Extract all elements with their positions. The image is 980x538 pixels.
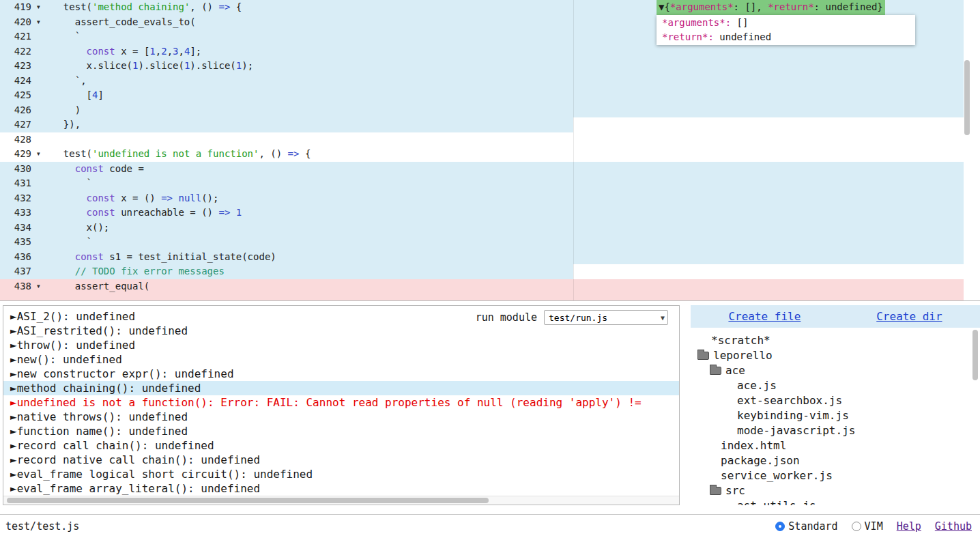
code-line[interactable]: 423 x.slice(1).slice(1).slice(1); [0, 59, 980, 74]
code-token: { [299, 148, 311, 159]
line-gutter[interactable]: 428 [0, 132, 42, 147]
editor-scrollbar-thumb[interactable] [964, 60, 970, 135]
line-number: 428 [14, 132, 31, 147]
run-module-select[interactable]: test/run.js [544, 310, 668, 325]
code-line[interactable]: 429▾ test('undefined is not a function',… [0, 147, 980, 162]
line-gutter[interactable]: 422 [0, 44, 42, 59]
code-line[interactable]: 428 [0, 132, 980, 147]
result-row[interactable]: ►record native call chain(): undefined [3, 453, 679, 467]
result-row[interactable]: ►function name(): undefined [3, 424, 679, 438]
file-item[interactable]: package.json [691, 453, 980, 468]
file-item[interactable]: *scratch* [691, 333, 980, 348]
code-text: test('method chaining', () => { [52, 0, 242, 15]
code-token [52, 193, 87, 203]
keybinding-standard-option[interactable]: Standard [775, 520, 837, 533]
code-token: : undefined} [814, 1, 883, 12]
result-row[interactable]: ►record call chain(): undefined [3, 438, 679, 453]
folder-item[interactable]: leporello [691, 348, 980, 363]
file-item[interactable]: mode-javascript.js [691, 423, 980, 438]
line-gutter[interactable]: 429▾ [0, 147, 42, 162]
code-line[interactable]: 432 const x = () => null(); [0, 191, 980, 206]
line-gutter[interactable]: 436 [0, 250, 42, 265]
code-line[interactable]: 436 const s1 = test_initial_state(code) [0, 250, 980, 265]
line-highlight [0, 221, 964, 236]
code-line[interactable]: 430 const code = [0, 162, 980, 177]
line-gutter[interactable]: 433 [0, 206, 42, 221]
line-gutter[interactable]: 438▾ [0, 279, 42, 294]
line-gutter[interactable]: 420▾ [0, 15, 42, 30]
line-highlight [0, 176, 964, 191]
code-line[interactable]: 422 const x = [1,2,3,4]; [0, 44, 980, 59]
code-text: const x = [1,2,3,4]; [52, 44, 201, 59]
files-scrollbar-thumb[interactable] [972, 330, 978, 380]
test-results-panel: ►ASI_2(): undefined►ASI_restrited(): und… [3, 305, 680, 505]
line-gutter[interactable]: 425 [0, 88, 42, 103]
fold-arrow-icon[interactable]: ▾ [36, 279, 41, 294]
line-gutter[interactable]: 432 [0, 191, 42, 206]
code-editor[interactable]: 419▾ test('method chaining', () => {420▾… [0, 0, 980, 301]
line-gutter[interactable]: 434 [0, 221, 42, 236]
line-gutter[interactable]: 431 [0, 176, 42, 191]
radio-unselected-icon[interactable] [852, 522, 861, 531]
code-line[interactable]: 426 ) [0, 103, 980, 118]
result-row[interactable]: ►undefined is not a function(): Error: F… [3, 395, 679, 410]
file-item[interactable]: index.html [691, 438, 980, 453]
result-row[interactable]: ►new constructor expr(): undefined [3, 367, 679, 381]
code-token: => [218, 207, 230, 218]
result-row[interactable]: ►new(): undefined [3, 352, 679, 367]
code-line[interactable] [0, 294, 980, 301]
line-gutter[interactable]: 437 [0, 264, 42, 279]
code-line[interactable]: 424 `, [0, 74, 980, 89]
create-file-button[interactable]: Create file [728, 310, 801, 323]
code-token: ).slice( [138, 60, 184, 71]
code-token: x.slice( [52, 60, 132, 71]
code-line[interactable]: 437 // TODO fix error messages [0, 264, 980, 279]
line-gutter[interactable] [0, 294, 42, 301]
line-gutter[interactable]: 424 [0, 74, 42, 89]
line-gutter[interactable]: 426 [0, 103, 42, 118]
fold-arrow-icon[interactable]: ▾ [36, 147, 41, 162]
code-line[interactable]: 438▾ assert_equal( [0, 279, 980, 294]
code-line[interactable]: 427 }), [0, 117, 980, 132]
folder-item[interactable]: src [691, 483, 980, 498]
fold-arrow-icon[interactable]: ▾ [36, 15, 41, 30]
result-row[interactable]: ►ASI_restrited(): undefined [3, 324, 679, 338]
line-gutter[interactable]: 423 [0, 59, 42, 74]
file-item[interactable]: service_worker.js [691, 468, 980, 483]
file-item[interactable]: ext-searchbox.js [691, 393, 980, 408]
radio-selected-icon[interactable] [775, 522, 785, 531]
result-row[interactable]: ►eval_frame array_literal(): undefined [3, 481, 679, 496]
code-line[interactable]: 431 ` [0, 176, 980, 191]
horizontal-scrollbar-thumb[interactable] [7, 498, 489, 503]
horizontal-scrollbar[interactable] [3, 496, 679, 505]
help-link[interactable]: Help [897, 520, 921, 533]
result-row[interactable]: ►native throws(): undefined [3, 410, 679, 424]
folder-item[interactable]: ace [691, 363, 980, 378]
line-number: 430 [14, 162, 31, 177]
file-item[interactable]: keybinding-vim.js [691, 408, 980, 423]
line-gutter[interactable]: 419▾ [0, 0, 42, 15]
create-dir-button[interactable]: Create dir [876, 310, 942, 323]
result-row[interactable]: ►eval_frame logical short circuit(): und… [3, 467, 679, 481]
line-gutter[interactable]: 430 [0, 162, 42, 177]
result-row[interactable]: ►method chaining(): undefined [3, 381, 679, 395]
result-row[interactable]: ►throw(): undefined [3, 338, 679, 352]
code-line[interactable]: 425 [4] [0, 88, 980, 103]
file-item[interactable]: ast_utils.js [691, 498, 980, 505]
line-gutter[interactable]: 427 [0, 117, 42, 132]
line-gutter[interactable]: 421 [0, 29, 42, 44]
code-line[interactable]: 434 x(); [0, 221, 980, 236]
code-line[interactable]: 435 ` [0, 235, 980, 250]
fold-arrow-icon[interactable]: ▾ [36, 0, 41, 15]
tree-item-label: src [725, 483, 745, 498]
code-token: assert_equal( [52, 281, 149, 292]
github-link[interactable]: Github [935, 520, 972, 533]
line-gutter[interactable]: 435 [0, 235, 42, 250]
eval-result-badge[interactable]: ▼{*arguments*: [], *return*: undefined} [657, 0, 885, 15]
file-item[interactable]: ace.js [691, 378, 980, 393]
code-text: x.slice(1).slice(1).slice(1); [52, 59, 253, 74]
code-line[interactable]: 433 const unreachable = () => 1 [0, 206, 980, 221]
tooltip-row: *arguments*: [] [662, 16, 910, 30]
code-token [52, 251, 75, 262]
keybinding-vim-option[interactable]: VIM [852, 520, 883, 533]
